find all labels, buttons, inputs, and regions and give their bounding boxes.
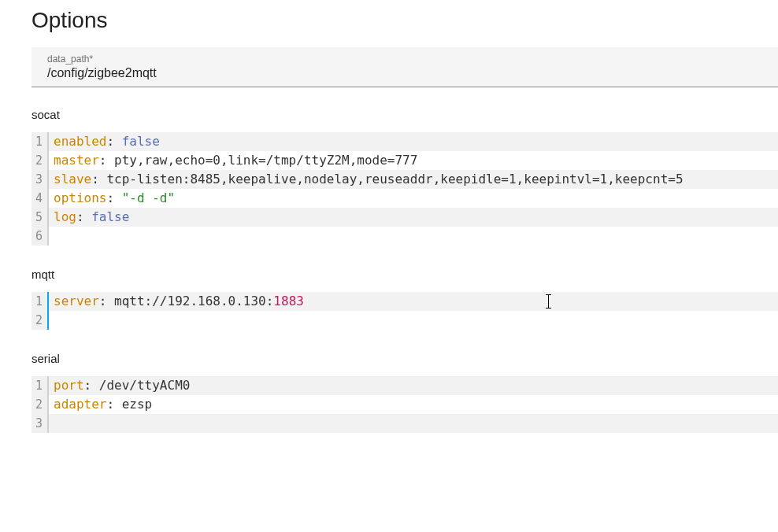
data-path-label: data_path* <box>47 54 762 65</box>
section-label-serial: serial <box>31 352 778 365</box>
gutter-socat: 123456 <box>31 132 49 246</box>
code-socat[interactable]: enabled: false master: pty,raw,echo=0,li… <box>49 132 778 246</box>
code-serial[interactable]: port: /dev/ttyACM0 adapter: ezsp <box>49 376 778 433</box>
page-title: Options <box>31 8 778 33</box>
section-label-mqtt: mqtt <box>31 268 778 281</box>
editor-socat[interactable]: 123456 enabled: false master: pty,raw,ec… <box>31 132 778 246</box>
gutter-serial: 123 <box>31 376 49 433</box>
editor-mqtt[interactable]: 12 server: mqtt://192.168.0.130:1883 <box>31 292 778 330</box>
editor-serial[interactable]: 123 port: /dev/ttyACM0 adapter: ezsp <box>31 376 778 433</box>
code-mqtt[interactable]: server: mqtt://192.168.0.130:1883 <box>49 292 778 330</box>
gutter-mqtt: 12 <box>31 292 49 330</box>
section-label-socat: socat <box>31 108 778 121</box>
data-path-field[interactable]: data_path* <box>31 47 778 87</box>
data-path-input[interactable] <box>47 66 762 80</box>
